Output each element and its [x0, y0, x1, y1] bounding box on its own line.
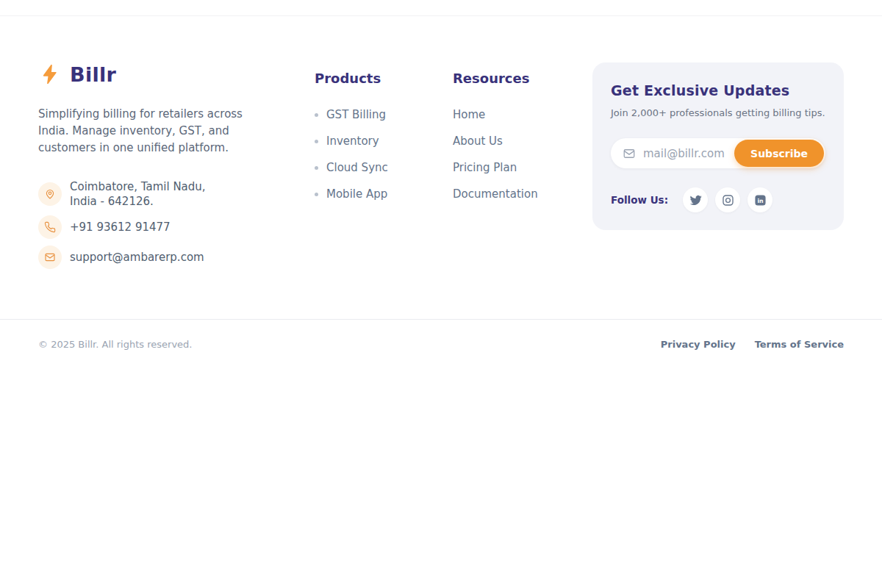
page: Billr Simplifying billing for retailers … [0, 0, 882, 588]
address-line-2: India - 642126. [70, 194, 206, 209]
copyright-text: © 2025 Billr. All rights reserved. [38, 339, 192, 350]
link-label: Cloud Sync [326, 160, 388, 175]
footer-bottom: © 2025 Billr. All rights reserved. Priva… [0, 319, 882, 350]
link-mobile-app[interactable]: Mobile App [315, 187, 453, 201]
social-icons: in [683, 187, 772, 212]
link-label: Inventory [326, 134, 379, 148]
list-item: Inventory [315, 134, 453, 148]
list-item: Documentation [453, 187, 592, 201]
link-pricing-plan[interactable]: Pricing Plan [453, 160, 592, 175]
brand-tagline: Simplifying billing for retailers across… [38, 106, 268, 157]
svg-text:in: in [757, 197, 763, 204]
link-documentation[interactable]: Documentation [453, 187, 592, 201]
resources-column: Resources Home About Us Pricing Plan Doc… [453, 62, 592, 213]
link-home[interactable]: Home [453, 107, 592, 122]
phone-icon [38, 215, 62, 239]
resources-heading: Resources [453, 71, 592, 86]
newsletter-card: Get Exclusive Updates Join 2,000+ profes… [592, 62, 844, 230]
top-strip [0, 0, 882, 15]
legal-links: Privacy Policy Terms of Service [661, 339, 844, 350]
list-item: Mobile App [315, 187, 453, 201]
link-label: Mobile App [326, 187, 387, 201]
list-item: Cloud Sync [315, 160, 453, 175]
link-cloud-sync[interactable]: Cloud Sync [315, 160, 453, 175]
link-inventory[interactable]: Inventory [315, 134, 453, 148]
brand-logo: Billr [38, 62, 315, 86]
list-item: GST Billing [315, 107, 453, 122]
resources-list: Home About Us Pricing Plan Documentation [453, 107, 592, 201]
contact-email: support@ambarerp.com [38, 245, 315, 269]
footer-content: Billr Simplifying billing for retailers … [0, 16, 882, 276]
brand-name: Billr [70, 63, 116, 86]
bullet-dot [315, 193, 318, 196]
mail-icon [623, 147, 636, 160]
email-input[interactable] [636, 147, 734, 160]
follow-us-label: Follow Us: [611, 194, 668, 206]
location-pin-icon [38, 182, 62, 206]
footer-bottom-inner: © 2025 Billr. All rights reserved. Priva… [0, 320, 882, 350]
instagram-icon[interactable] [715, 187, 740, 212]
twitter-icon[interactable] [683, 187, 708, 212]
lightning-bolt-icon [38, 62, 62, 86]
linkedin-icon[interactable]: in [747, 187, 772, 212]
contact-address: Coimbatore, Tamil Nadu, India - 642126. [38, 179, 315, 209]
newsletter-subtext: Join 2,000+ professionals getting billin… [611, 107, 825, 118]
bullet-dot [315, 140, 318, 143]
email-link[interactable]: support@ambarerp.com [70, 250, 204, 265]
envelope-icon [38, 245, 62, 269]
subscribe-form: Subscribe [611, 138, 825, 168]
bullet-dot [315, 113, 318, 117]
subscribe-button[interactable]: Subscribe [734, 140, 824, 167]
list-item: Home [453, 107, 592, 122]
footer: Billr Simplifying billing for retailers … [0, 15, 882, 350]
link-label: GST Billing [326, 107, 386, 122]
list-item: Pricing Plan [453, 160, 592, 175]
list-item: About Us [453, 134, 592, 148]
newsletter-heading: Get Exclusive Updates [611, 82, 825, 98]
phone-link[interactable]: +91 93612 91477 [70, 220, 171, 234]
address-line-1: Coimbatore, Tamil Nadu, [70, 179, 206, 194]
contact-phone: +91 93612 91477 [38, 215, 315, 239]
follow-row: Follow Us: in [611, 187, 825, 212]
privacy-policy-link[interactable]: Privacy Policy [661, 339, 736, 350]
terms-of-service-link[interactable]: Terms of Service [755, 339, 844, 350]
brand-column: Billr Simplifying billing for retailers … [38, 62, 315, 276]
products-heading: Products [315, 71, 453, 86]
bullet-dot [315, 166, 318, 170]
link-about-us[interactable]: About Us [453, 134, 592, 148]
products-list: GST Billing Inventory Cloud Sync Mobile … [315, 107, 453, 201]
contact-address-text: Coimbatore, Tamil Nadu, India - 642126. [70, 179, 206, 209]
products-column: Products GST Billing Inventory Cloud Syn… [315, 62, 453, 213]
link-gst-billing[interactable]: GST Billing [315, 107, 453, 122]
